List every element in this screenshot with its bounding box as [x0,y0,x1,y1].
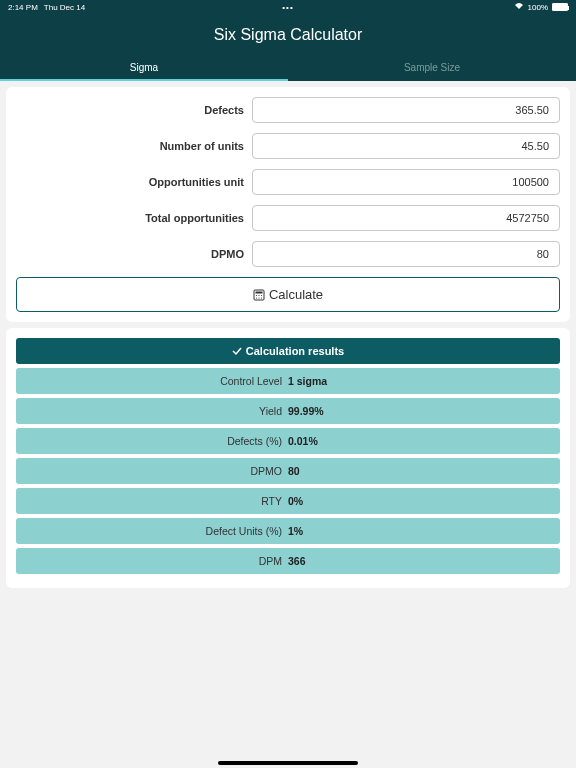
result-label: Defects (%) [23,435,288,447]
result-label: DPM [23,555,288,567]
battery-icon [552,3,568,11]
defects-input[interactable] [252,97,560,123]
status-time: 2:14 PM [8,3,38,12]
result-row: Yield99.99% [16,398,560,424]
result-label: Control Level [23,375,288,387]
result-row: Control Level1 sigma [16,368,560,394]
check-icon [232,346,242,356]
opp-unit-label: Opportunities unit [16,176,252,188]
result-value: 0% [288,495,553,507]
result-row: RTY0% [16,488,560,514]
units-label: Number of units [16,140,252,152]
result-label: DPMO [23,465,288,477]
result-value: 99.99% [288,405,553,417]
svg-rect-1 [255,291,262,293]
result-value: 1% [288,525,553,537]
home-indicator[interactable] [218,761,358,765]
calculate-button-label: Calculate [269,287,323,302]
results-card: Calculation results Control Level1 sigma… [6,328,570,588]
results-header-label: Calculation results [246,345,344,357]
svg-point-3 [258,294,259,295]
result-value: 1 sigma [288,375,553,387]
svg-point-7 [261,297,262,298]
wifi-icon [514,2,524,12]
calculate-button[interactable]: Calculate [16,277,560,312]
app-header: Six Sigma Calculator Sigma Sample Size [0,14,576,81]
total-opp-input[interactable] [252,205,560,231]
opp-unit-input[interactable] [252,169,560,195]
svg-point-5 [256,297,257,298]
input-card: Defects Number of units Opportunities un… [6,87,570,322]
units-input[interactable] [252,133,560,159]
app-title: Six Sigma Calculator [0,22,576,54]
svg-point-4 [261,294,262,295]
result-label: Yield [23,405,288,417]
result-value: 366 [288,555,553,567]
tab-sample-size[interactable]: Sample Size [288,54,576,81]
svg-point-2 [256,294,257,295]
status-dots: ••• [282,3,293,12]
result-row: Defect Units (%)1% [16,518,560,544]
svg-point-6 [258,297,259,298]
result-value: 0.01% [288,435,553,447]
status-battery-pct: 100% [528,3,548,12]
status-date: Thu Dec 14 [44,3,85,12]
result-value: 80 [288,465,553,477]
dpmo-label: DPMO [16,248,252,260]
result-row: DPMO80 [16,458,560,484]
result-row: Defects (%)0.01% [16,428,560,454]
dpmo-input[interactable] [252,241,560,267]
result-row: DPM366 [16,548,560,574]
result-label: RTY [23,495,288,507]
result-label: Defect Units (%) [23,525,288,537]
calculator-icon [253,289,265,301]
defects-label: Defects [16,104,252,116]
total-opp-label: Total opportunities [16,212,252,224]
status-bar: 2:14 PM Thu Dec 14 ••• 100% [0,0,576,14]
tab-sigma[interactable]: Sigma [0,54,288,81]
tabs: Sigma Sample Size [0,54,576,81]
results-header: Calculation results [16,338,560,364]
